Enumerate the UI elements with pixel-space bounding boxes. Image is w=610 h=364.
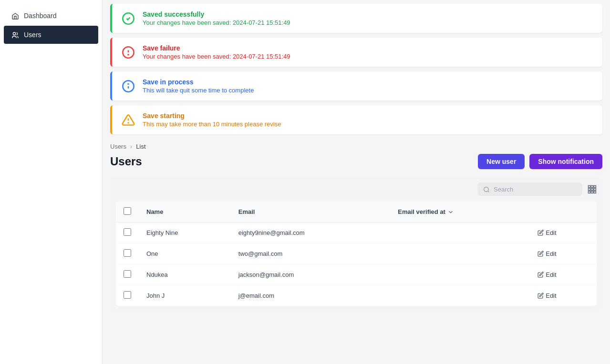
th-name: Name xyxy=(139,202,231,222)
sidebar-item-dashboard-label: Dashboard xyxy=(24,12,57,20)
row-checkbox-cell[interactable] xyxy=(116,243,139,264)
search-icon xyxy=(483,185,490,193)
row-checkbox[interactable] xyxy=(124,270,131,278)
row-email: two@gmail.com xyxy=(231,243,391,264)
notification-error: Save failure Your changes have been save… xyxy=(110,38,602,67)
new-user-button[interactable]: New user xyxy=(478,154,525,169)
row-checkbox[interactable] xyxy=(124,291,131,299)
table-row: John J j@email.com Edit xyxy=(116,285,597,306)
notification-info: Save in process This will take quit some… xyxy=(110,71,602,101)
edit-button[interactable]: Edit xyxy=(538,271,556,278)
edit-button[interactable]: Edit xyxy=(538,229,556,236)
row-checkbox[interactable] xyxy=(124,228,131,236)
svg-rect-14 xyxy=(594,186,596,188)
table-row: Ndukea jackson@gmail.com Edit xyxy=(116,264,597,285)
svg-rect-18 xyxy=(589,191,590,193)
error-title: Save failure xyxy=(143,44,290,52)
edit-button[interactable]: Edit xyxy=(538,292,556,299)
breadcrumb: Users › List xyxy=(110,143,602,150)
warning-title: Save starting xyxy=(143,112,281,120)
page-section: Users › List Users New user Show notific… xyxy=(103,143,610,319)
row-edit-cell: Edit xyxy=(530,243,597,264)
table-row: Eighty Nine eighty9nine@gmail.com Edit xyxy=(116,222,597,243)
notification-warning: Save starting This may take more than 10… xyxy=(110,105,602,134)
th-email-verified-at[interactable]: Email verified at xyxy=(390,202,530,222)
warning-message: This may take more than 10 minutes pleas… xyxy=(143,121,281,128)
svg-rect-17 xyxy=(594,188,596,190)
row-name: Ndukea xyxy=(139,264,231,285)
edit-button[interactable]: Edit xyxy=(538,250,556,257)
show-notification-button[interactable]: Show notification xyxy=(529,154,602,169)
svg-rect-15 xyxy=(589,188,590,190)
breadcrumb-parent[interactable]: Users xyxy=(110,143,126,150)
th-actions xyxy=(530,202,597,222)
svg-point-7 xyxy=(128,83,128,84)
row-email-verified xyxy=(390,264,530,285)
row-checkbox-cell[interactable] xyxy=(116,264,139,285)
row-edit-cell: Edit xyxy=(530,222,597,243)
row-email-verified xyxy=(390,285,530,306)
breadcrumb-separator: › xyxy=(130,143,132,150)
row-name: Eighty Nine xyxy=(139,222,231,243)
warning-icon xyxy=(121,112,136,128)
header-buttons: New user Show notification xyxy=(478,154,602,169)
notification-success: Saved successfully Your changes have bee… xyxy=(110,4,602,33)
select-all-checkbox[interactable] xyxy=(124,207,131,215)
info-title: Save in process xyxy=(143,78,254,86)
svg-rect-12 xyxy=(589,186,590,188)
breadcrumb-current: List xyxy=(136,143,145,150)
search-wrapper[interactable] xyxy=(477,182,582,196)
sidebar-item-users-label: Users xyxy=(24,31,41,39)
house-icon xyxy=(11,11,19,20)
page-title: Users xyxy=(110,155,142,168)
row-checkbox-cell[interactable] xyxy=(116,222,139,243)
table-toolbar xyxy=(116,182,597,196)
svg-rect-16 xyxy=(591,188,593,190)
success-icon xyxy=(121,11,136,26)
info-message: This will take quit some time to complet… xyxy=(143,87,254,94)
search-input[interactable] xyxy=(494,186,577,193)
row-checkbox-cell[interactable] xyxy=(116,285,139,306)
th-email: Email xyxy=(231,202,391,222)
success-title: Saved successfully xyxy=(143,10,290,18)
row-email-verified xyxy=(390,243,530,264)
table-row: One two@gmail.com Edit xyxy=(116,243,597,264)
users-icon xyxy=(11,30,19,39)
svg-rect-13 xyxy=(591,186,593,188)
row-edit-cell: Edit xyxy=(530,285,597,306)
svg-rect-20 xyxy=(594,191,596,193)
svg-point-4 xyxy=(128,54,128,55)
error-icon xyxy=(121,45,136,60)
row-email: eighty9nine@gmail.com xyxy=(231,222,391,243)
page-header-row: Users New user Show notification xyxy=(110,154,602,169)
notification-area: Saved successfully Your changes have bee… xyxy=(103,0,610,143)
svg-point-0 xyxy=(13,32,15,35)
main-content: Saved successfully Your changes have bee… xyxy=(103,0,610,364)
sidebar-item-dashboard[interactable]: Dashboard xyxy=(4,7,98,25)
error-message: Your changes have been saved: 2024-07-21… xyxy=(143,53,290,60)
grid-view-button[interactable] xyxy=(587,184,597,194)
sidebar-item-users[interactable]: Users xyxy=(4,26,98,44)
svg-line-11 xyxy=(488,191,489,192)
row-edit-cell: Edit xyxy=(530,264,597,285)
success-message: Your changes have been saved: 2024-07-21… xyxy=(143,19,290,26)
row-checkbox[interactable] xyxy=(124,249,131,257)
users-table: Name Email Email verified at xyxy=(116,202,597,306)
svg-point-9 xyxy=(128,122,128,123)
th-select-all[interactable] xyxy=(116,202,139,222)
row-name: John J xyxy=(139,285,231,306)
table-header-row: Name Email Email verified at xyxy=(116,202,597,222)
svg-rect-19 xyxy=(591,191,593,193)
table-container: Name Email Email verified at xyxy=(110,177,602,312)
sidebar: Dashboard Users xyxy=(0,0,103,364)
row-email: j@email.com xyxy=(231,285,391,306)
svg-point-10 xyxy=(484,187,488,192)
info-icon xyxy=(121,79,136,94)
row-name: One xyxy=(139,243,231,264)
row-email: jackson@gmail.com xyxy=(231,264,391,285)
row-email-verified xyxy=(390,222,530,243)
